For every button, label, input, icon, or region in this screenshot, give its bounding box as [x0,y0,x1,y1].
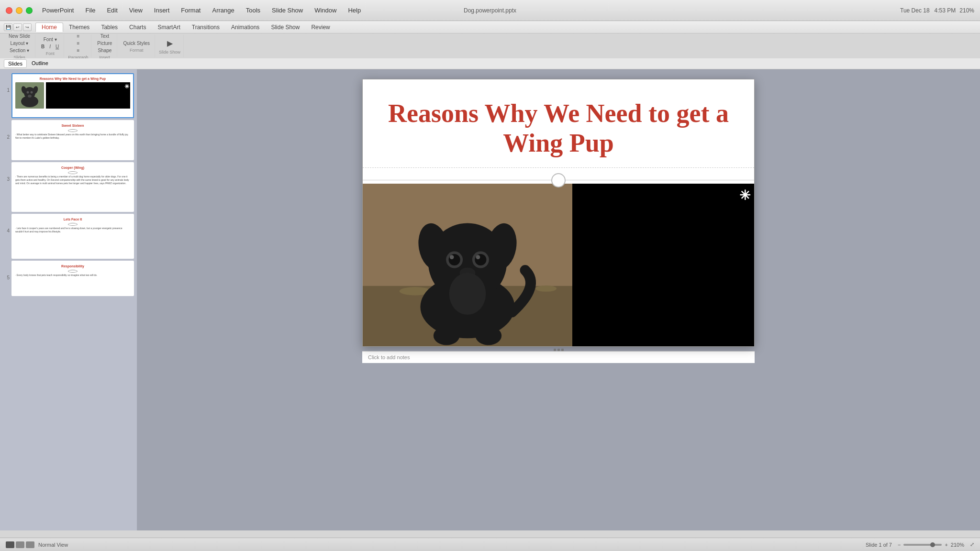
svg-point-26 [449,273,486,315]
menu-bar: PowerPoint File Edit View Insert Format … [40,6,363,15]
ribbon-toolbar: New Slide Layout ▾ Section ▾ Slides Font… [0,33,980,58]
menu-slideshow[interactable]: Slide Show [270,6,305,15]
thumb-title-2: Sweet Sixteen [15,124,130,127]
new-slide-btn[interactable]: New Slide [7,33,32,40]
slideshow-group-label: Slide Show [159,50,180,55]
document-title: Dog.powerpoint.pptx [464,7,516,14]
slide-thumb-4[interactable]: 4 Lets Face It · Lets face it cooper's y… [3,214,134,259]
align-left-btn[interactable]: ≡ [75,33,81,40]
slide-asterisk-icon: ✳ [739,187,750,203]
quick-access-toolbar: 💾 ↩ ↪ [4,23,32,31]
tab-review[interactable]: Review [305,23,335,32]
menu-tools[interactable]: Tools [244,6,262,15]
slide-thumbnail-3[interactable]: Cooper (Wing) · There are numerous benef… [11,162,134,212]
ribbon-group-slideshow: ▶ Slide Show [156,34,184,57]
zoom-slider-thumb [930,542,935,547]
svg-point-21 [450,255,454,259]
thumb-body-2: · What better way to celebrate Sixteen b… [15,133,130,140]
thumb-title-4: Lets Face It [15,218,130,221]
slide-thumbnail-5[interactable]: Responsibility · Every body knows that p… [11,261,134,296]
main-area: 1 Reasons Why We Need to get a Wing Pup [0,69,980,530]
minimize-button[interactable] [16,7,22,14]
outline-view-btn[interactable] [16,541,24,548]
thumb-title-5: Responsibility [15,264,130,268]
insert-picture-btn[interactable]: Picture [95,40,114,47]
svg-point-5 [27,91,29,94]
section-btn[interactable]: Section ▾ [8,47,31,54]
slide-thumbnail-4[interactable]: Lets Face It · Lets face it cooper's yea… [11,214,134,259]
slide-sorter-btn[interactable] [26,541,34,548]
menu-window[interactable]: Window [312,6,338,15]
slide-panel-tabs: Slides Outline [0,58,980,69]
tab-charts[interactable]: Charts [123,23,152,32]
slide-dog-photo[interactable] [363,184,572,346]
maximize-button[interactable] [26,7,33,14]
svg-point-12 [535,286,557,292]
tab-slideshow[interactable]: Slide Show [265,23,305,32]
notes-area[interactable]: Click to add notes [362,351,755,363]
slide-main[interactable]: Reasons Why We Need to get a Wing Pup [362,79,755,347]
ribbon-group-format: Quick Styles Format [118,34,155,57]
slide-thumb-2[interactable]: 2 Sweet Sixteen · What better way to cel… [3,120,134,160]
thumb-dog-image [15,82,44,109]
tab-transitions[interactable]: Transitions [186,23,225,32]
tab-outline[interactable]: Outline [28,59,52,68]
font-select[interactable]: Font ▾ [42,36,59,43]
slides-panel: 1 Reasons Why We Need to get a Wing Pup [0,69,137,530]
slide-thumbnail-1[interactable]: Reasons Why We Need to get a Wing Pup [11,73,134,118]
italic-btn[interactable]: I [47,43,53,50]
menu-help[interactable]: Help [346,6,363,15]
status-right: Slide 1 of 7 − + 210% ⤢ [866,541,974,548]
slide-thumb-5[interactable]: 5 Responsibility · Every body knows that… [3,261,134,296]
menu-powerpoint[interactable]: PowerPoint [40,6,76,15]
font-group-label: Font [46,51,55,56]
tab-tables[interactable]: Tables [95,23,123,32]
menu-view[interactable]: View [127,6,145,15]
menu-format[interactable]: Format [179,6,202,15]
menu-insert[interactable]: Insert [152,6,172,15]
slide-thumbnail-2[interactable]: Sweet Sixteen · What better way to celeb… [11,120,134,160]
slide-number-2: 2 [3,134,10,140]
tab-home[interactable]: Home [35,22,63,32]
tab-animations[interactable]: Animations [225,23,265,32]
insert-text-btn[interactable]: Text [99,33,111,40]
ribbon-group-insert: Text Picture Shape Insert [92,34,117,57]
tab-themes[interactable]: Themes [63,23,95,32]
play-btn[interactable]: ▶ [165,38,175,49]
insert-shape-btn[interactable]: Shape [96,47,113,54]
qa-undo[interactable]: ↩ [13,23,22,31]
status-bar: Normal View Slide 1 of 7 − + 210% ⤢ [0,538,980,551]
quick-styles-btn[interactable]: Quick Styles [121,40,152,47]
qa-redo[interactable]: ↪ [23,23,32,31]
align-right-btn[interactable]: ≡ [75,47,81,54]
menu-arrange[interactable]: Arrange [210,6,236,15]
zoom-minus[interactable]: − [898,542,901,548]
menu-edit[interactable]: Edit [105,6,119,15]
tab-slides[interactable]: Slides [4,59,27,68]
slide-title-area: Reasons Why We Need to get a Wing Pup [363,79,754,168]
fit-screen-btn[interactable]: ⤢ [970,541,974,548]
qa-save[interactable]: 💾 [4,23,12,31]
layout-btn[interactable]: Layout ▾ [9,40,31,47]
close-button[interactable] [6,7,12,14]
underline-btn[interactable]: U [54,43,61,50]
slide-counter: Slide 1 of 7 [866,542,892,548]
format-group-label: Format [130,48,144,53]
slide-circle-divider [551,173,566,187]
slides-group-label: Slides [13,55,25,59]
align-center-btn[interactable]: ≡ [75,40,81,47]
ribbon-group-slides: New Slide Layout ▾ Section ▾ Slides [4,34,35,57]
normal-view-btn[interactable] [6,541,14,548]
datetime: Tue Dec 18 4:53 PM [900,7,956,14]
zoom-slider[interactable] [903,544,942,546]
slide-thumb-1[interactable]: 1 Reasons Why We Need to get a Wing Pup [3,73,134,118]
zoom-plus[interactable]: + [945,542,947,548]
bold-btn[interactable]: B [39,43,46,50]
slide-black-panel: ✳ [572,184,754,346]
slide-images-area: ✳ [363,184,754,346]
menu-file[interactable]: File [83,6,97,15]
zoom-control: − + 210% [898,542,964,548]
slide-thumb-3[interactable]: 3 Cooper (Wing) · There are numerous ben… [3,162,134,212]
tab-smartart[interactable]: SmartArt [152,23,186,32]
title-bar: PowerPoint File Edit View Insert Format … [0,0,980,21]
